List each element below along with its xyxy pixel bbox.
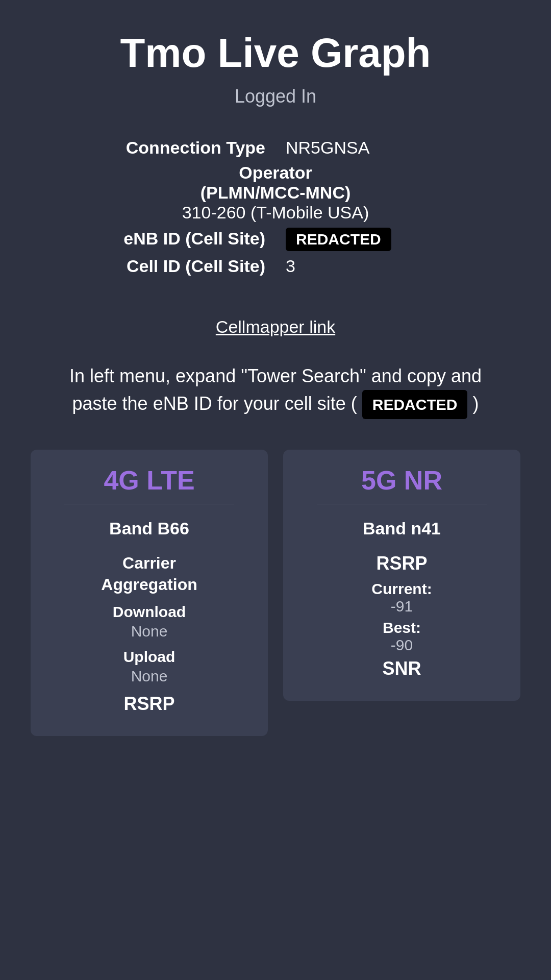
nr-best-row: Best: -90 — [383, 619, 421, 654]
lte-download-label: Download — [113, 603, 186, 621]
enb-redacted-badge: REDACTED — [286, 228, 391, 251]
lte-ca-line1: Carrier — [122, 554, 176, 572]
nr-band: Band n41 — [363, 519, 441, 538]
nr-current-value: -91 — [391, 598, 413, 615]
lte-upload-label: Upload — [123, 648, 176, 666]
nr-best-value: -90 — [391, 636, 413, 654]
nr-snr-label: SNR — [382, 658, 421, 679]
connection-type-label: Connection Type — [46, 138, 265, 158]
enb-row: eNB ID (Cell Site) REDACTED — [46, 228, 505, 251]
cell-id-label: Cell ID (Cell Site) — [46, 256, 265, 276]
panels-row: 4G LTE Band B66 Carrier Aggregation Down… — [31, 450, 520, 736]
nr-panel: 5G NR Band n41 RSRP Current: -91 Best: -… — [283, 450, 520, 701]
login-status: Logged In — [235, 86, 316, 107]
page-container: Tmo Live Graph Logged In Connection Type… — [0, 0, 551, 777]
instruction-text: In left menu, expand "Tower Search" and … — [46, 362, 505, 419]
lte-upload-value: None — [131, 668, 168, 685]
nr-current-row: Current: -91 — [371, 580, 432, 615]
nr-best-label: Best: — [383, 619, 421, 636]
operator-label-line2: (PLMN/MCC-MNC) — [201, 183, 351, 203]
lte-panel: 4G LTE Band B66 Carrier Aggregation Down… — [31, 450, 268, 736]
lte-ca-line2: Aggregation — [101, 575, 197, 594]
connection-type-value: NR5GNSA — [286, 138, 505, 158]
lte-download-value: None — [131, 623, 168, 640]
operator-value: 310-260 (T-Mobile USA) — [182, 203, 369, 223]
lte-rsrp-label: RSRP — [123, 693, 174, 715]
nr-rsrp-title: RSRP — [376, 553, 427, 574]
cell-id-row: Cell ID (Cell Site) 3 — [46, 256, 505, 276]
connection-type-row: Connection Type NR5GNSA — [46, 138, 505, 158]
instruction-suffix: ) — [472, 393, 479, 414]
lte-ca-title: Carrier Aggregation — [101, 553, 197, 595]
instruction-redacted-badge: REDACTED — [362, 390, 468, 419]
operator-label-line1: Operator — [239, 163, 312, 183]
lte-divider — [64, 504, 235, 504]
enb-label: eNB ID (Cell Site) — [46, 229, 265, 249]
connection-info-table: Connection Type NR5GNSA Operator (PLMN/M… — [46, 138, 505, 281]
cellmapper-link[interactable]: Cellmapper link — [216, 317, 335, 337]
lte-band: Band B66 — [109, 519, 189, 538]
enb-value: REDACTED — [286, 228, 505, 251]
operator-row: Operator (PLMN/MCC-MNC) 310-260 (T-Mobil… — [46, 163, 505, 223]
lte-panel-title: 4G LTE — [104, 465, 194, 496]
nr-current-label: Current: — [371, 580, 432, 598]
nr-divider — [317, 504, 487, 504]
app-title: Tmo Live Graph — [120, 31, 431, 76]
nr-panel-title: 5G NR — [361, 465, 442, 496]
cell-id-value: 3 — [286, 256, 505, 276]
